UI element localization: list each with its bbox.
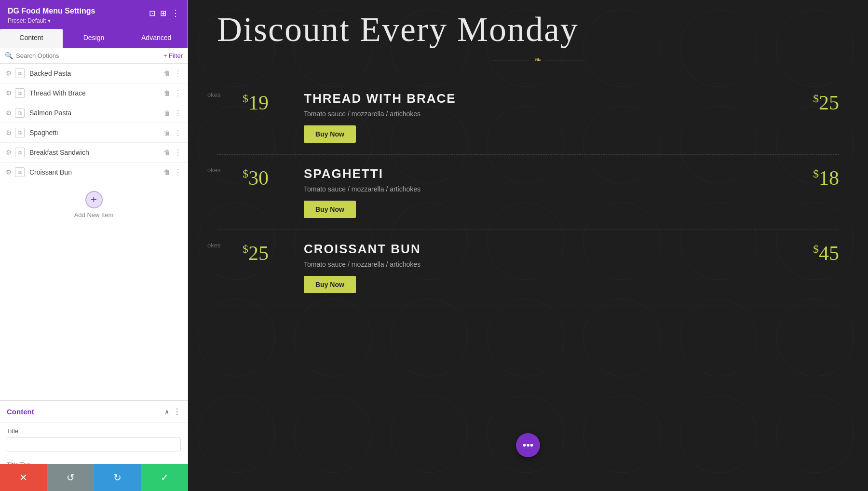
clone-icon[interactable]: ⧉ <box>15 167 25 177</box>
panel-preset[interactable]: Preset: Default <box>8 17 95 24</box>
save-button[interactable]: ✓ <box>141 464 189 491</box>
more-icon[interactable]: ⋮ <box>174 128 182 137</box>
content-section-header: Content ∧ ⋮ <box>0 401 188 423</box>
item-icons: ⚙ ⧉ <box>6 148 25 157</box>
preview-left-cut-2: okes <box>207 166 220 174</box>
left-panel: DG Food Menu Settings Preset: Default ⊡ … <box>0 0 188 491</box>
buy-now-button-2[interactable]: Buy Now <box>304 201 356 218</box>
item-label: Breakfast Sandwich <box>29 149 159 156</box>
preview-price-left-1: $19 <box>217 91 294 114</box>
redo-button[interactable]: ↻ <box>94 464 141 491</box>
item-actions: 🗑 ⋮ <box>163 89 182 98</box>
title-field-group: Title <box>0 423 188 456</box>
ornament-symbol: ❧ <box>534 55 542 65</box>
more-icon[interactable]: ⋮ <box>174 148 182 157</box>
panel-title: DG Food Menu Settings <box>8 7 95 15</box>
search-bar: 🔍 + Filter <box>0 48 188 64</box>
gear-icon[interactable]: ⚙ <box>6 149 12 156</box>
search-input[interactable] <box>16 52 161 59</box>
chevron-up-icon[interactable]: ∧ <box>164 408 169 416</box>
right-preview-panel: Discount Every Monday ❧ okes $19 THREAD … <box>188 0 868 491</box>
preview-price-right-3: $45 <box>762 242 839 265</box>
trash-icon[interactable]: 🗑 <box>163 129 170 136</box>
section-more-icon[interactable]: ⋮ <box>173 407 181 416</box>
clone-icon[interactable]: ⧉ <box>15 88 25 98</box>
preview-menu-item-2: okes $30 SPAGHETTI Tomato sauce / mozzar… <box>217 155 839 230</box>
preview-item-desc-3: Tomato sauce / mozzarella / artichokes <box>304 260 752 268</box>
preview-price-right-2: $18 <box>762 166 839 190</box>
gear-icon[interactable]: ⚙ <box>6 129 12 136</box>
list-item: ⚙ ⧉ Salmon Pasta 🗑 ⋮ <box>0 103 188 123</box>
buy-now-button-1[interactable]: Buy Now <box>304 125 356 143</box>
add-circle-icon: + <box>85 191 103 208</box>
menu-icon[interactable]: ⋮ <box>171 8 180 18</box>
more-icon[interactable]: ⋮ <box>174 168 182 177</box>
trash-icon[interactable]: 🗑 <box>163 168 170 176</box>
panel-header: DG Food Menu Settings Preset: Default ⊡ … <box>0 0 188 29</box>
gear-icon[interactable]: ⚙ <box>6 109 12 117</box>
list-item: ⚙ ⧉ Breakfast Sandwich 🗑 ⋮ <box>0 143 188 163</box>
gear-icon[interactable]: ⚙ <box>6 168 12 176</box>
more-icon[interactable]: ⋮ <box>174 89 182 98</box>
left-panel-wrapper: DG Food Menu Settings Preset: Default ⊡ … <box>0 0 188 491</box>
gear-icon[interactable]: ⚙ <box>6 69 12 77</box>
trash-icon[interactable]: 🗑 <box>163 109 170 117</box>
preview-item-info-2: SPAGHETTI Tomato sauce / mozzarella / ar… <box>294 166 762 218</box>
clone-icon[interactable]: ⧉ <box>15 68 25 78</box>
title-input[interactable] <box>7 437 181 451</box>
ornament-divider: ❧ <box>217 55 839 65</box>
tab-design[interactable]: Design <box>63 29 125 48</box>
item-actions: 🗑 ⋮ <box>163 128 182 137</box>
trash-icon[interactable]: 🗑 <box>163 89 170 97</box>
trash-icon[interactable]: 🗑 <box>163 149 170 156</box>
item-actions: 🗑 ⋮ <box>163 109 182 118</box>
more-icon[interactable]: ⋮ <box>174 69 182 78</box>
item-label: Croissant Bun <box>29 168 159 176</box>
list-item: ⚙ ⧉ Croissant Bun 🗑 ⋮ <box>0 163 188 182</box>
fab-button[interactable]: ••• <box>516 433 540 457</box>
preview-content: Discount Every Monday ❧ okes $19 THREAD … <box>188 0 868 315</box>
undo-button[interactable]: ↺ <box>47 464 95 491</box>
preview-price-left-2: $30 <box>217 166 294 190</box>
preview-menu-item-3: okes $25 CROISSANT BUN Tomato sauce / mo… <box>217 230 839 305</box>
more-icon[interactable]: ⋮ <box>174 109 182 118</box>
item-icons: ⚙ ⧉ <box>6 167 25 177</box>
preview-price-left-3: $25 <box>217 242 294 265</box>
list-item: ⚙ ⧉ Spaghetti 🗑 ⋮ <box>0 123 188 143</box>
preview-price-right-1: $25 <box>762 91 839 114</box>
preview-item-info-1: THREAD WITH BRACE Tomato sauce / mozzare… <box>294 91 762 143</box>
preview-item-name-3: CROISSANT BUN <box>304 242 752 257</box>
trash-icon[interactable]: 🗑 <box>163 69 170 77</box>
tab-content[interactable]: Content <box>0 29 63 48</box>
content-header-icons: ∧ ⋮ <box>164 407 181 416</box>
ornament-line-right <box>545 60 584 60</box>
add-new-label: Add New Item <box>74 211 114 218</box>
filter-button[interactable]: + Filter <box>163 52 183 59</box>
cancel-button[interactable]: ✕ <box>0 464 47 491</box>
preview-left-cut-1: okes <box>207 91 220 98</box>
add-new-item-button[interactable]: + Add New Item <box>0 182 188 227</box>
preview-heading: Discount Every Monday <box>217 10 839 50</box>
clone-icon[interactable]: ⧉ <box>15 128 25 137</box>
tab-advanced[interactable]: Advanced <box>125 29 188 48</box>
item-actions: 🗑 ⋮ <box>163 69 182 78</box>
minimize-icon[interactable]: ⊡ <box>149 9 155 18</box>
gear-icon[interactable]: ⚙ <box>6 89 12 97</box>
expand-icon[interactable]: ⊞ <box>160 9 166 18</box>
clone-icon[interactable]: ⧉ <box>15 108 25 118</box>
preview-item-info-3: CROISSANT BUN Tomato sauce / mozzarella … <box>294 242 762 293</box>
item-label: Thread With Brace <box>29 89 159 97</box>
search-icon: 🔍 <box>5 52 13 59</box>
title-field-label: Title <box>7 427 181 435</box>
ornament-line-left <box>492 60 530 60</box>
clone-icon[interactable]: ⧉ <box>15 148 25 157</box>
item-icons: ⚙ ⧉ <box>6 88 25 98</box>
panel-tabs: Content Design Advanced <box>0 29 188 48</box>
item-label: Salmon Pasta <box>29 109 159 117</box>
list-item: ⚙ ⧉ Backed Pasta 🗑 ⋮ <box>0 64 188 83</box>
item-icons: ⚙ ⧉ <box>6 68 25 78</box>
item-actions: 🗑 ⋮ <box>163 148 182 157</box>
buy-now-button-3[interactable]: Buy Now <box>304 276 356 293</box>
preview-left-cut-3: okes <box>207 242 220 249</box>
bottom-bar: ✕ ↺ ↻ ✓ <box>0 464 188 491</box>
